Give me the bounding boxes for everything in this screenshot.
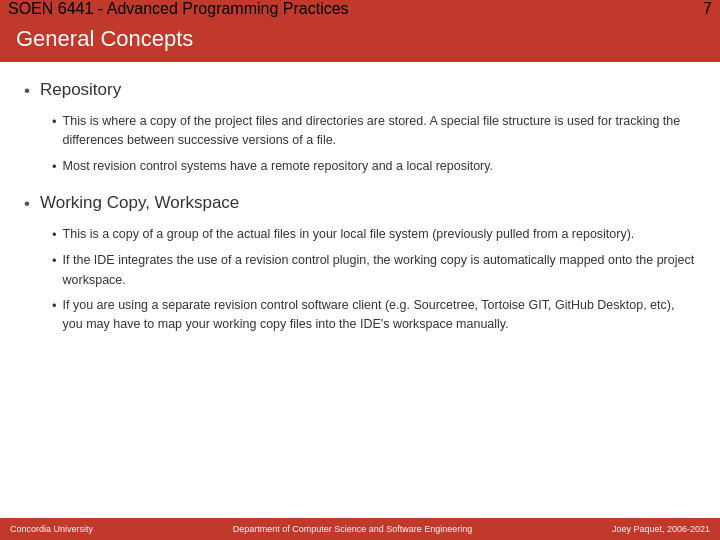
slide-header: General Concepts [0, 18, 720, 62]
list-item: This is a copy of a group of the actual … [52, 225, 696, 245]
slide-content: • Repository This is where a copy of the… [0, 62, 720, 369]
working-copy-bullet-2: If the IDE integrates the use of a revis… [63, 251, 696, 290]
slide-number: 7 [703, 0, 712, 18]
list-item: This is where a copy of the project file… [52, 112, 696, 151]
working-copy-bullet-1: This is a copy of a group of the actual … [63, 225, 696, 244]
working-copy-heading: • Working Copy, Workspace [24, 193, 696, 215]
repository-heading: • Repository [24, 80, 696, 102]
repository-bullet-icon: • [24, 80, 30, 102]
repository-bullet-2: Most revision control systems have a rem… [63, 157, 696, 176]
footer-department: Department of Computer Science and Softw… [233, 524, 473, 534]
list-item: Most revision control systems have a rem… [52, 157, 696, 177]
slide-footer: Concordia University Department of Compu… [0, 518, 720, 540]
working-copy-heading-text: Working Copy, Workspace [40, 193, 239, 213]
repository-bullets: This is where a copy of the project file… [52, 112, 696, 177]
working-copy-bullet-3: If you are using a separate revision con… [63, 296, 696, 335]
working-copy-section: • Working Copy, Workspace This is a copy… [24, 193, 696, 335]
footer-author: Joey Paquet, 2006-2021 [612, 524, 710, 534]
list-item: If the IDE integrates the use of a revis… [52, 251, 696, 290]
repository-bullet-1: This is where a copy of the project file… [63, 112, 696, 151]
page-title: General Concepts [16, 26, 704, 52]
working-copy-bullets: This is a copy of a group of the actual … [52, 225, 696, 335]
list-item: If you are using a separate revision con… [52, 296, 696, 335]
repository-section: • Repository This is where a copy of the… [24, 80, 696, 177]
course-title: SOEN 6441 - Advanced Programming Practic… [8, 0, 349, 18]
repository-heading-text: Repository [40, 80, 121, 100]
top-bar: SOEN 6441 - Advanced Programming Practic… [0, 0, 720, 18]
working-copy-bullet-icon: • [24, 193, 30, 215]
footer-university: Concordia University [10, 524, 93, 534]
